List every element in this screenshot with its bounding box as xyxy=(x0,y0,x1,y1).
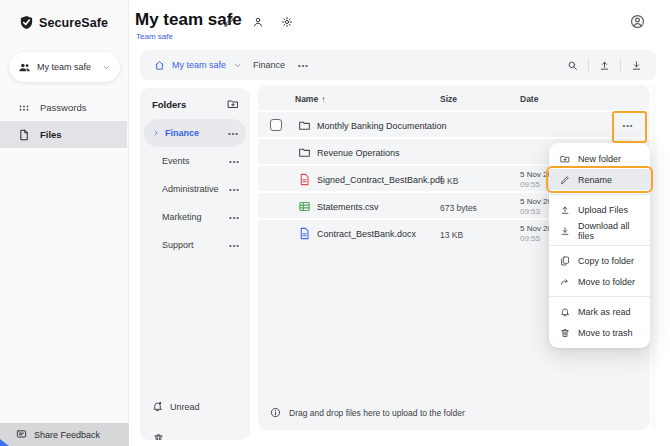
menu-label: Upload Files xyxy=(578,205,628,215)
folder-item-support[interactable]: Support ••• xyxy=(140,231,250,259)
sidebar-item-passwords[interactable]: Passwords xyxy=(0,94,127,121)
column-size[interactable]: Size xyxy=(440,94,457,104)
row-name[interactable]: Statements.csv xyxy=(317,202,379,212)
row-name[interactable]: Revenue Operations xyxy=(317,148,400,158)
folder-icon xyxy=(298,146,311,159)
new-folder-icon xyxy=(560,154,570,164)
table-header: Name↑ Size Date xyxy=(258,85,650,110)
row-name[interactable]: Signed_Contract_BestBank.pdf xyxy=(317,175,443,185)
download-icon[interactable] xyxy=(621,60,652,71)
row-name[interactable]: Monthly Banking Documentation xyxy=(317,121,447,131)
menu-item-move-to-trash[interactable]: Move to trash xyxy=(549,322,650,343)
row-menu-icon[interactable]: ••• xyxy=(616,121,640,130)
folder-item-marketing[interactable]: Marketing ••• xyxy=(140,203,250,231)
row-size: 9 KB xyxy=(440,176,458,186)
account-icon[interactable] xyxy=(630,14,645,29)
breadcrumb: My team safe Finance ••• xyxy=(140,50,656,80)
folder-menu-icon[interactable]: ••• xyxy=(229,185,240,194)
file-icon xyxy=(18,129,30,141)
edit-safe-icon[interactable] xyxy=(223,16,235,28)
members-icon[interactable] xyxy=(252,16,264,28)
folder-menu-icon[interactable]: ••• xyxy=(229,241,240,250)
breadcrumb-current[interactable]: Finance xyxy=(253,60,285,70)
pdf-file-icon xyxy=(298,173,311,186)
folder-label: Support xyxy=(162,240,194,250)
folder-label: Administrative xyxy=(162,184,219,194)
folder-item-administrative[interactable]: Administrative ••• xyxy=(140,175,250,203)
folder-label: Marketing xyxy=(162,212,202,222)
unread-filter[interactable]: Unread xyxy=(152,401,200,412)
menu-item-rename[interactable]: Rename xyxy=(549,169,650,190)
folders-panel: Folders Finance ••• Events ••• Administr… xyxy=(140,88,250,440)
team-members-icon xyxy=(18,61,31,74)
unread-label: Unread xyxy=(170,402,200,412)
breadcrumb-overflow-icon[interactable]: ••• xyxy=(298,61,309,70)
folder-menu-icon[interactable]: ••• xyxy=(228,129,239,138)
menu-label: Mark as read xyxy=(578,307,631,317)
sidebar-nav: Passwords Files xyxy=(0,94,127,148)
folder-item-finance[interactable]: Finance ••• xyxy=(144,119,246,147)
settings-gear-icon[interactable] xyxy=(281,16,293,28)
corner-accent xyxy=(0,439,9,446)
menu-item-upload-files[interactable]: Upload Files xyxy=(549,199,650,220)
brand-logo: SecureSafe xyxy=(0,0,128,30)
menu-label: Download all files xyxy=(578,221,639,241)
chevron-down-icon[interactable] xyxy=(233,61,242,70)
row-time: 09:55 xyxy=(520,180,540,189)
row-checkbox[interactable] xyxy=(270,119,282,131)
shield-logo-icon xyxy=(19,15,34,30)
menu-item-download-all[interactable]: Download all files xyxy=(549,220,650,241)
feedback-chat-icon xyxy=(16,429,27,440)
column-name[interactable]: Name↑ xyxy=(295,94,325,104)
folders-header: Folders xyxy=(140,88,250,119)
menu-divider xyxy=(549,245,650,246)
passwords-dots-icon xyxy=(18,102,30,114)
home-icon[interactable] xyxy=(154,60,165,71)
menu-item-new-folder[interactable]: New folder xyxy=(549,148,650,169)
chevron-right-icon[interactable] xyxy=(152,129,160,137)
menu-item-copy-to-folder[interactable]: Copy to folder xyxy=(549,250,650,271)
menu-label: New folder xyxy=(578,154,621,164)
menu-label: Copy to folder xyxy=(578,256,634,266)
share-feedback-button[interactable]: Share Feedback xyxy=(0,423,129,446)
folder-context-menu: New folder Rename Upload Files Download … xyxy=(549,143,650,348)
row-name[interactable]: Contract_BestBank.docx xyxy=(317,229,416,239)
search-icon[interactable] xyxy=(557,60,588,71)
folder-menu-icon[interactable]: ••• xyxy=(229,157,240,166)
dropzone-text: Drag and drop files here to upload to th… xyxy=(289,408,465,418)
upload-icon[interactable] xyxy=(589,60,620,71)
safe-selector-label: My team safe xyxy=(37,62,96,72)
share-feedback-label: Share Feedback xyxy=(34,430,100,440)
menu-item-mark-as-read[interactable]: Mark as read xyxy=(549,301,650,322)
menu-divider xyxy=(549,194,650,195)
team-safe-link[interactable]: Team safe xyxy=(136,32,173,41)
pencil-icon xyxy=(560,175,570,185)
clipped-trash-icon[interactable] xyxy=(153,433,164,440)
folder-icon xyxy=(298,119,311,132)
sidebar-item-label: Files xyxy=(40,129,62,140)
folder-menu-icon[interactable]: ••• xyxy=(229,213,240,222)
breadcrumb-root[interactable]: My team safe xyxy=(172,60,226,70)
column-date[interactable]: Date xyxy=(520,94,538,104)
folder-item-events[interactable]: Events ••• xyxy=(140,147,250,175)
copy-icon xyxy=(560,256,570,266)
menu-item-move-to-folder[interactable]: Move to folder xyxy=(549,271,650,292)
csv-file-icon xyxy=(298,200,311,213)
menu-label: Rename xyxy=(578,175,612,185)
upload-icon xyxy=(560,205,570,215)
sidebar-item-files[interactable]: Files xyxy=(0,121,127,148)
bell-dot-icon xyxy=(152,401,163,412)
menu-label: Move to trash xyxy=(578,328,633,338)
new-folder-icon[interactable] xyxy=(227,98,239,110)
row-size: 13 KB xyxy=(440,230,463,240)
row-time: 09:55 xyxy=(520,234,540,243)
safe-selector[interactable]: My team safe xyxy=(9,52,120,82)
move-arrow-icon xyxy=(560,277,570,287)
sidebar-item-label: Passwords xyxy=(40,102,86,113)
menu-divider xyxy=(549,296,650,297)
bell-icon xyxy=(560,307,570,317)
folders-title: Folders xyxy=(152,99,186,110)
scrollbar-gutter[interactable] xyxy=(651,85,657,430)
folder-label: Events xyxy=(162,156,190,166)
table-row-monthly-banking[interactable]: Monthly Banking Documentation ••• xyxy=(258,110,650,137)
